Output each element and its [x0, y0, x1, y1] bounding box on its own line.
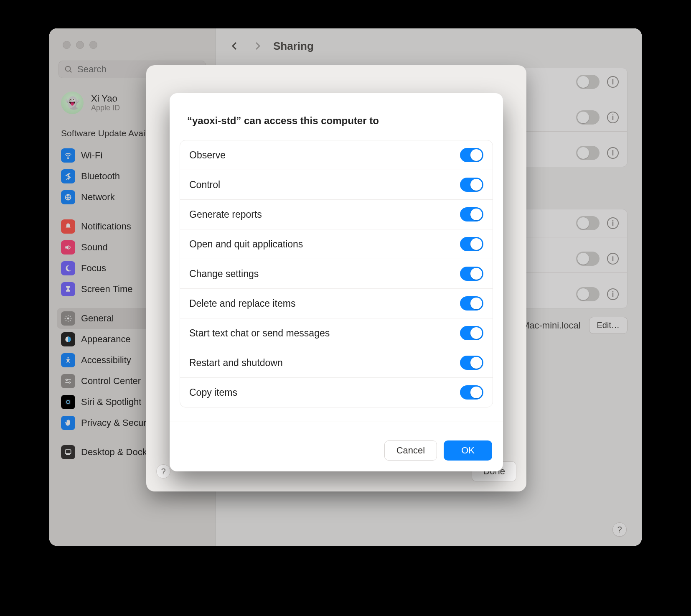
permission-row: Observe	[180, 140, 493, 170]
permission-row: Open and quit applications	[180, 229, 493, 259]
permission-row: Delete and replace items	[180, 289, 493, 318]
permission-label: Copy items	[189, 387, 237, 398]
permission-toggle[interactable]	[460, 356, 483, 370]
permission-toggle[interactable]	[460, 326, 483, 340]
permission-label: Change settings	[189, 268, 259, 280]
permission-row: Generate reports	[180, 200, 493, 229]
permission-row: Start text chat or send messages	[180, 318, 493, 348]
permissions-sheet: “yaoxi-std” can access this computer to …	[170, 93, 503, 471]
permission-toggle[interactable]	[460, 178, 483, 192]
permission-row: Restart and shutdown	[180, 348, 493, 378]
permission-label: Observe	[189, 150, 226, 161]
permission-toggle[interactable]	[460, 385, 483, 400]
permission-toggle[interactable]	[460, 296, 483, 311]
permission-label: Delete and replace items	[189, 298, 295, 309]
permission-label: Control	[189, 179, 220, 191]
permission-toggle[interactable]	[460, 148, 483, 162]
permission-row: Copy items	[180, 378, 493, 407]
permission-toggle[interactable]	[460, 267, 483, 281]
permissions-list: ObserveControlGenerate reportsOpen and q…	[180, 140, 493, 407]
permission-row: Change settings	[180, 259, 493, 289]
permission-toggle[interactable]	[460, 237, 483, 251]
permissions-title: “yaoxi-std” can access this computer to	[170, 93, 503, 140]
permission-label: Open and quit applications	[189, 239, 303, 250]
help-button[interactable]: ?	[156, 464, 170, 479]
ok-button[interactable]: OK	[444, 440, 492, 461]
permission-label: Generate reports	[189, 209, 262, 220]
permission-toggle[interactable]	[460, 207, 483, 221]
permission-label: Start text chat or send messages	[189, 328, 330, 339]
cancel-button[interactable]: Cancel	[384, 440, 437, 461]
permission-row: Control	[180, 170, 493, 200]
separator	[170, 422, 503, 422]
permission-label: Restart and shutdown	[189, 357, 283, 369]
